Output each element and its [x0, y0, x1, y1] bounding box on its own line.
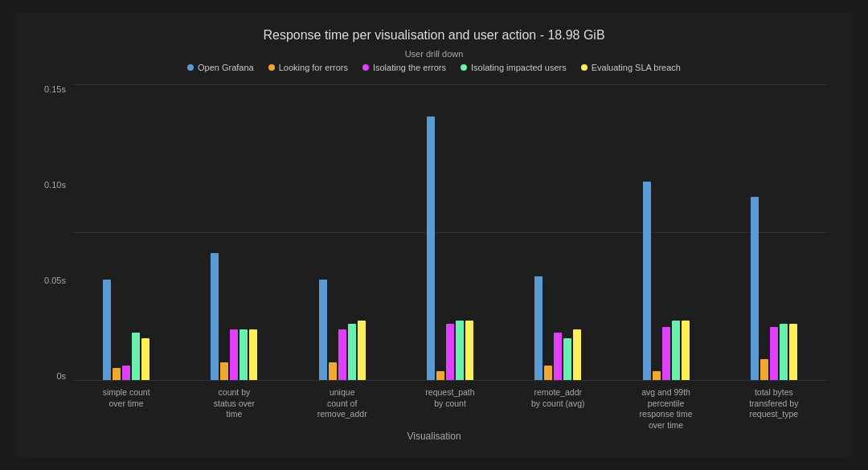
bar [230, 329, 238, 380]
bar [249, 329, 257, 380]
x-axis-title: Visualisation [40, 431, 828, 442]
x-axis-label: count bystatus overtime [180, 387, 288, 429]
bar [643, 182, 651, 380]
bar [573, 329, 581, 380]
legend-items: Open GrafanaLooking for errorsIsolating … [187, 63, 681, 72]
bar [780, 324, 788, 380]
bar [103, 280, 111, 380]
legend-label: Looking for errors [279, 63, 348, 72]
bar [662, 327, 670, 380]
legend-subtitle: User drill down [405, 49, 464, 59]
y-axis-label: 0.05s [44, 276, 66, 285]
legend-dot [581, 64, 588, 71]
legend-label: Isolating impacted users [471, 63, 567, 72]
chart-area: 0.15s0.10s0.05s0s simple countover timec… [40, 80, 828, 429]
bar [358, 321, 366, 380]
bar [220, 362, 228, 380]
legend-dot [362, 64, 369, 71]
bar [240, 329, 248, 380]
x-axis-label: avg and 99thpercentileresponse timeover … [612, 387, 719, 429]
bar [682, 321, 690, 380]
legend-dot [268, 64, 275, 71]
x-labels: simple countover timecount bystatus over… [72, 381, 828, 429]
legend-label: Isolating the errors [373, 63, 446, 72]
bar [211, 253, 219, 380]
y-axis-label: 0s [56, 371, 66, 381]
bar [465, 321, 473, 380]
x-axis-label: request_pathby count [396, 387, 504, 429]
bar [563, 338, 571, 380]
bar-group [612, 84, 719, 380]
bar [427, 116, 435, 380]
bar [348, 324, 356, 380]
legend-item: Looking for errors [268, 63, 348, 72]
bar [122, 366, 130, 380]
bar-group [720, 84, 828, 380]
bar [329, 362, 337, 380]
y-axis-label: 0.15s [44, 84, 66, 94]
bar-group [72, 84, 180, 380]
bars-row [72, 80, 828, 380]
bar [141, 338, 149, 380]
bar [760, 359, 768, 380]
chart-title: Response time per visualisation and user… [40, 28, 828, 43]
bar [653, 371, 661, 380]
bar [770, 327, 778, 380]
legend-dot [461, 64, 467, 71]
bar-group [180, 84, 288, 380]
bar [436, 371, 444, 380]
x-axis-label: total bytestransfered byrequest_type [720, 387, 828, 429]
bar [338, 329, 346, 380]
legend-item: Open Grafana [187, 63, 254, 72]
bar [672, 321, 680, 380]
bar [789, 324, 797, 380]
bar-group [396, 84, 504, 380]
bar [751, 197, 759, 380]
bar [544, 366, 552, 380]
bar-group [504, 84, 612, 380]
bar [554, 333, 562, 380]
bar [534, 276, 542, 380]
bar [113, 368, 121, 380]
y-axis: 0.15s0.10s0.05s0s [40, 80, 72, 429]
legend-label: Open Grafana [198, 63, 254, 72]
bar [132, 333, 140, 380]
bar [456, 321, 464, 380]
plot-area: simple countover timecount bystatus over… [72, 80, 828, 429]
x-axis-label: remote_addrby count (avg) [504, 387, 612, 429]
x-axis-label: uniquecount ofremove_addr [289, 387, 396, 429]
legend-section: User drill down Open GrafanaLooking for … [40, 49, 828, 72]
y-axis-label: 0.10s [44, 180, 66, 190]
legend-label: Evaluating SLA breach [592, 63, 681, 72]
legend-item: Isolating the errors [362, 63, 446, 72]
legend-item: Evaluating SLA breach [581, 63, 681, 72]
chart-container: Response time per visualisation and user… [16, 12, 852, 458]
legend-item: Isolating impacted users [461, 63, 567, 72]
x-axis-label: simple countover time [72, 387, 180, 429]
legend-dot [187, 64, 194, 71]
bar [446, 324, 454, 380]
bar-group [289, 84, 396, 380]
bar [319, 280, 327, 380]
